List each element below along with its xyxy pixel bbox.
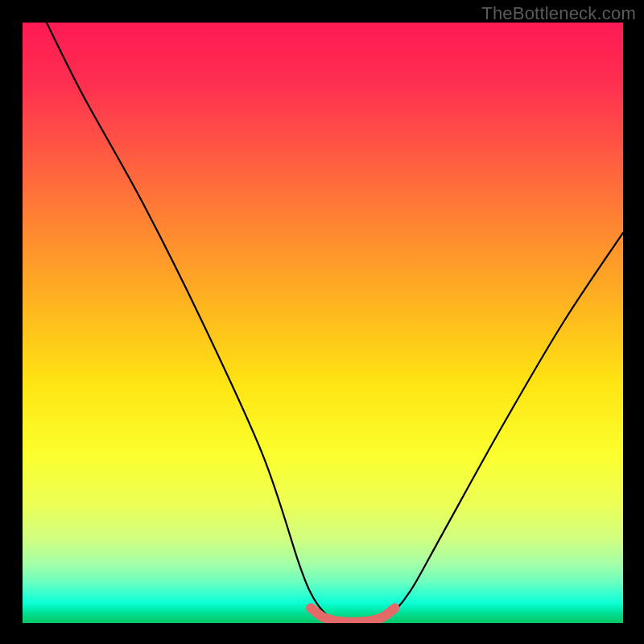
chart-frame — [23, 23, 623, 623]
gradient-background — [23, 23, 623, 623]
bottleneck-chart — [23, 23, 623, 623]
watermark-label: TheBottleneck.com — [481, 3, 636, 24]
